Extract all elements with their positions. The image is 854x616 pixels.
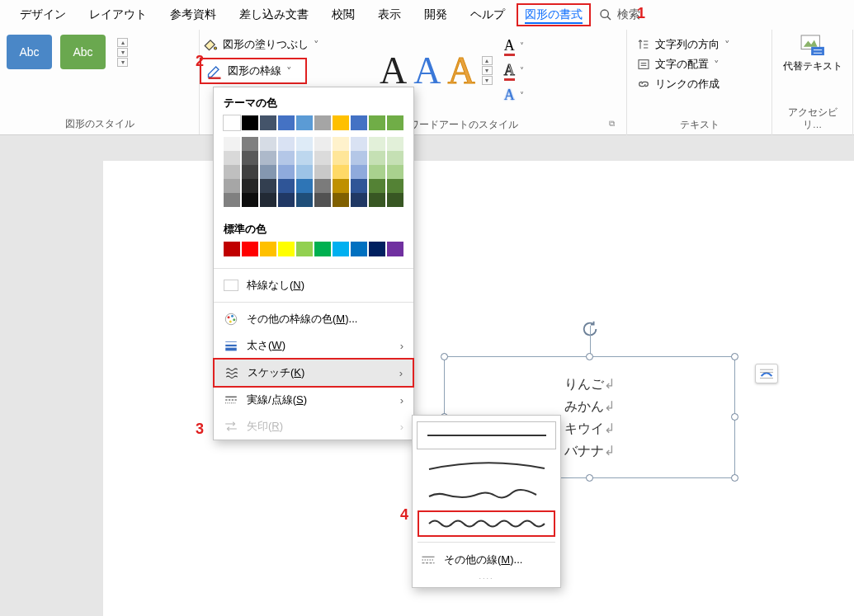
color-swatch[interactable] [278,165,295,179]
weight-item[interactable]: 太さ(W) › [214,332,413,359]
color-swatch[interactable] [260,242,276,256]
color-swatch[interactable] [387,179,403,193]
color-swatch[interactable] [387,137,403,151]
menu-review[interactable]: 校閲 [320,2,366,27]
sketch-style-freehand[interactable] [418,481,555,509]
sketch-style-wavy[interactable] [418,510,555,537]
color-swatch[interactable] [224,115,240,130]
color-swatch[interactable] [369,179,385,193]
text-direction-button[interactable]: 文字列の方向˅ [634,35,765,54]
color-swatch[interactable] [369,115,385,130]
color-swatch[interactable] [351,137,367,151]
menu-mailings[interactable]: 差し込み文書 [228,2,320,27]
search-box[interactable]: 検索 [599,7,640,22]
color-swatch[interactable] [242,179,258,193]
style-thumb-blue[interactable]: Abc [7,35,52,69]
menu-view[interactable]: 表示 [366,2,413,27]
text-fill-button[interactable]: A ˅ [501,35,527,57]
handle-mr[interactable] [731,413,738,421]
color-swatch[interactable] [333,179,349,193]
menu-references[interactable]: 参考資料 [158,2,228,27]
color-swatch[interactable] [333,242,349,256]
color-swatch[interactable] [351,242,367,256]
color-swatch[interactable] [260,137,276,151]
wordart-dialog-launcher[interactable]: ⧉ [609,119,615,131]
color-swatch[interactable] [333,193,349,207]
style-gallery-spinner[interactable]: ▴▾▾ [117,38,128,67]
color-swatch[interactable] [314,151,331,165]
color-swatch[interactable] [278,115,295,130]
color-swatch[interactable] [387,115,403,130]
color-swatch[interactable] [351,193,367,207]
color-swatch[interactable] [387,151,403,165]
color-swatch[interactable] [242,151,258,165]
color-swatch[interactable] [224,137,240,151]
menu-design[interactable]: デザイン [8,2,78,27]
color-swatch[interactable] [242,193,258,207]
color-swatch[interactable] [296,165,313,179]
color-swatch[interactable] [351,179,367,193]
color-swatch[interactable] [333,151,349,165]
color-swatch[interactable] [278,193,295,207]
menu-developer[interactable]: 開発 [413,2,459,27]
color-swatch[interactable] [278,137,295,151]
color-swatch[interactable] [333,115,349,130]
color-swatch[interactable] [278,242,295,256]
color-swatch[interactable] [314,193,331,207]
wordart-sample-3[interactable]: A [444,49,478,92]
color-swatch[interactable] [369,151,385,165]
color-swatch[interactable] [296,115,313,130]
wordart-gallery-spinner[interactable]: ▴▾▾ [482,56,493,85]
sketch-item[interactable]: スケッチ(K) › [213,358,414,388]
style-thumb-green[interactable]: Abc [60,35,106,69]
color-swatch[interactable] [351,151,367,165]
color-swatch[interactable] [296,242,313,256]
wordart-sample-2[interactable]: A [410,49,444,92]
menu-help[interactable]: ヘルプ [459,2,517,27]
handle-tm[interactable] [586,353,593,360]
color-swatch[interactable] [333,165,349,179]
create-link-button[interactable]: リンクの作成 [634,74,765,94]
color-swatch[interactable] [260,151,276,165]
color-swatch[interactable] [333,137,349,151]
color-swatch[interactable] [314,165,331,179]
menu-layout[interactable]: レイアウト [78,2,158,27]
color-swatch[interactable] [369,193,385,207]
color-swatch[interactable] [387,165,403,179]
color-swatch[interactable] [296,193,313,207]
handle-bm[interactable] [586,474,593,482]
color-swatch[interactable] [314,137,331,151]
no-outline-item[interactable]: 枠線なし(N) [214,272,413,299]
color-swatch[interactable] [242,165,258,179]
color-swatch[interactable] [224,242,240,256]
color-swatch[interactable] [351,115,367,130]
dashes-item[interactable]: 実線/点線(S) › [214,387,413,413]
color-swatch[interactable] [351,165,367,179]
menu-shape-format[interactable]: 図形の書式 [517,3,591,26]
color-swatch[interactable] [224,151,240,165]
text-outline-button[interactable]: A ˅ [501,59,527,82]
color-swatch[interactable] [387,242,403,256]
color-swatch[interactable] [260,165,276,179]
color-swatch[interactable] [314,115,331,130]
layout-options-badge[interactable] [755,364,778,383]
color-swatch[interactable] [314,179,331,193]
alt-text-button[interactable]: 代替テキスト [783,35,842,72]
text-effects-button[interactable]: A ˅ [501,84,527,106]
color-swatch[interactable] [314,242,331,256]
color-swatch[interactable] [224,193,240,207]
shape-fill-button[interactable]: 図形の塗りつぶし ˅ [200,35,323,54]
color-swatch[interactable] [260,115,276,130]
handle-tl[interactable] [441,353,448,360]
color-swatch[interactable] [387,193,403,207]
color-swatch[interactable] [369,242,385,256]
text-align-button[interactable]: 文字の配置˅ [634,54,765,74]
color-swatch[interactable] [369,137,385,151]
color-swatch[interactable] [369,165,385,179]
color-swatch[interactable] [296,151,313,165]
color-swatch[interactable] [242,115,258,130]
color-swatch[interactable] [278,151,295,165]
color-swatch[interactable] [260,179,276,193]
color-swatch[interactable] [242,242,258,256]
sketch-style-straight[interactable] [417,421,556,449]
